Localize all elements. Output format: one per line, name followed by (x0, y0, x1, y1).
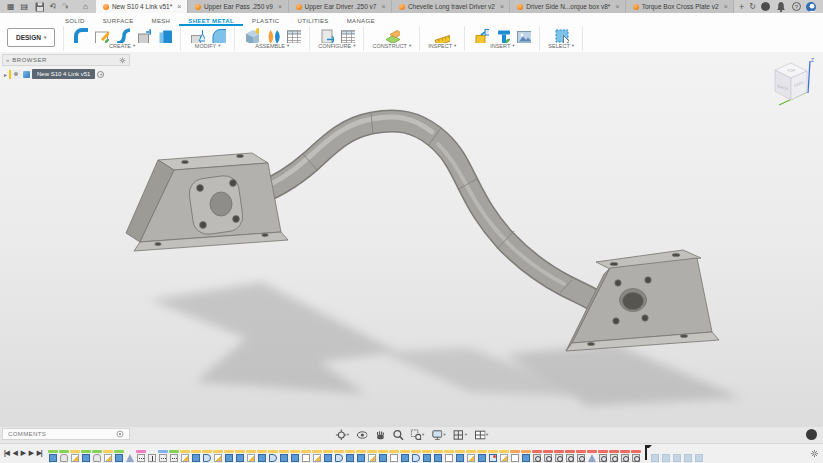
timeline-options[interactable] (810, 449, 819, 458)
timeline-feature-body[interactable] (48, 450, 59, 462)
timeline-feature-body[interactable] (114, 450, 125, 462)
browser-settings-gear-icon[interactable] (119, 57, 126, 64)
timeline-feature-body[interactable] (345, 450, 356, 462)
configure-icon[interactable] (318, 27, 334, 43)
collapse-panel-icon[interactable]: « (6, 57, 9, 63)
timeline-feature-roll[interactable] (565, 450, 576, 462)
ribbon-group-dropdown[interactable]: MODIFY▾ (195, 44, 221, 50)
redo-icon[interactable]: ↷▾ (62, 0, 68, 14)
ribbon-tab-manage[interactable]: MANAGE (338, 15, 384, 26)
timeline-feature-body[interactable] (323, 450, 334, 462)
timeline-feature-body[interactable] (683, 450, 694, 462)
step-back-button[interactable]: ◀ (13, 450, 17, 457)
timeline-feature-body[interactable] (235, 450, 246, 462)
fastener-icon[interactable] (494, 27, 510, 43)
sketch-icon[interactable] (93, 27, 109, 43)
tab-close-icon[interactable]: × (175, 3, 181, 10)
browser-header[interactable]: « BROWSER (2, 54, 130, 66)
timeline-feature-loft[interactable] (587, 450, 598, 462)
comments-bar[interactable]: COMMENTS (2, 428, 130, 440)
job-status-icon[interactable] (761, 2, 770, 11)
expand-arrow-icon[interactable]: ▸ (4, 71, 7, 78)
document-tab[interactable]: New S10 4 Link v51*× (96, 0, 188, 13)
sync-status-icon[interactable]: ↻ (749, 0, 756, 13)
thicken-icon[interactable] (156, 27, 172, 43)
plane-icon[interactable] (384, 27, 400, 43)
timeline-feature-pattern[interactable] (158, 450, 169, 462)
timeline-feature-pattern[interactable] (136, 450, 147, 462)
timeline-feature-body[interactable] (661, 450, 672, 462)
timeline-feature-body[interactable] (279, 450, 290, 462)
viewport-canvas[interactable]: « BROWSER ▸ New S10 4 Link v51 + Z TOP B… (0, 52, 823, 427)
tab-close-icon[interactable]: × (276, 3, 282, 10)
timeline-feature-sketch[interactable] (367, 450, 378, 462)
timeline-feature-sketch[interactable] (499, 450, 510, 462)
timeline-feature-flange[interactable] (202, 450, 213, 462)
timeline-feature-form[interactable] (92, 450, 103, 462)
comments-menu-icon[interactable] (116, 430, 124, 438)
timeline-feature-body[interactable] (224, 450, 235, 462)
component-pin-icon[interactable]: + (97, 71, 104, 78)
help-icon[interactable]: ? (792, 2, 801, 11)
ribbon-group-dropdown[interactable]: CONFIGURE▾ (318, 44, 355, 50)
timeline-feature-body[interactable] (521, 450, 532, 462)
timeline-feature-body[interactable] (422, 450, 433, 462)
timeline-feature-form[interactable] (59, 450, 70, 462)
ribbon-group-dropdown[interactable]: CONSTRUCT▾ (372, 44, 411, 50)
look-at-icon[interactable] (356, 429, 367, 440)
ribbon-group-dropdown[interactable]: INSPECT▾ (428, 44, 456, 50)
timeline-feature-body[interactable] (650, 450, 661, 462)
file-menu-icon[interactable]: ▤▾ (21, 0, 28, 14)
play-button[interactable]: ▶ (21, 450, 25, 457)
bend-icon[interactable] (114, 27, 130, 43)
timeline-feature-body[interactable] (356, 450, 367, 462)
ribbon-tab-utilities[interactable]: UTILITIES (289, 15, 338, 26)
document-tab[interactable]: Driver Side N...orque box v8*× (510, 0, 625, 13)
timeline-feature-body[interactable] (378, 450, 389, 462)
undo-icon[interactable]: ↶▾ (50, 0, 56, 14)
timeline-feature-body[interactable] (694, 450, 705, 462)
timeline-feature-sketch[interactable] (213, 450, 224, 462)
timeline-feature-sketch[interactable] (103, 450, 114, 462)
timeline-feature-body[interactable] (191, 450, 202, 462)
joint-icon[interactable] (264, 27, 280, 43)
timeline-feature-roll[interactable] (532, 450, 543, 462)
display-settings-icon[interactable]: ▾ (431, 429, 445, 440)
assistant-button[interactable] (806, 429, 817, 440)
flange-icon[interactable] (72, 27, 88, 43)
timeline-feature-sketch[interactable] (180, 450, 191, 462)
timeline-feature-doc[interactable] (301, 450, 312, 462)
derive-icon[interactable] (473, 27, 489, 43)
workspace-selector[interactable]: DESIGN ▾ (7, 28, 55, 47)
timeline-feature-doc[interactable] (510, 450, 521, 462)
ribbon-tab-solid[interactable]: SOLID (56, 15, 94, 26)
timeline-feature-roll[interactable] (631, 450, 642, 462)
timeline-feature-pattern[interactable] (169, 450, 180, 462)
data-panel-icon[interactable]: ▦ (7, 0, 15, 13)
visibility-bulb-icon[interactable] (9, 70, 21, 79)
view-cube[interactable]: Z TOP BACK LEFT (763, 56, 819, 110)
timeline-feature-doc[interactable] (444, 450, 455, 462)
ribbon-group-dropdown[interactable]: ASSEMBLE▾ (255, 44, 289, 50)
ribbon-tab-plastic[interactable]: PLASTIC (243, 15, 288, 26)
timeline-feature-body[interactable] (290, 450, 301, 462)
notifications-bell-icon[interactable] (775, 1, 787, 13)
timeline-feature-loft[interactable] (125, 450, 136, 462)
timeline-feature-roll[interactable] (554, 450, 565, 462)
timeline-feature-roll[interactable] (576, 450, 587, 462)
ribbon-tab-mesh[interactable]: MESH (143, 15, 180, 26)
timeline-feature-body[interactable] (672, 450, 683, 462)
document-tab[interactable]: Upper Ear Pass .250 v9× (188, 0, 289, 13)
zoom-icon[interactable] (392, 429, 403, 440)
browser-root-item[interactable]: ▸ New S10 4 Link v51 + (4, 69, 130, 79)
viewports-icon[interactable]: ▾ (474, 429, 488, 440)
tab-close-icon[interactable]: × (379, 3, 385, 10)
table-icon[interactable] (285, 27, 301, 43)
timeline-gear-icon[interactable] (810, 449, 819, 458)
timeline-feature-roll[interactable] (543, 450, 554, 462)
timeline-feature-doc[interactable] (389, 450, 400, 462)
table-icon[interactable] (339, 27, 355, 43)
ribbon-tab-sheet-metal[interactable]: SHEET METAL (179, 15, 243, 26)
user-avatar[interactable] (806, 2, 816, 12)
select-icon[interactable] (553, 27, 569, 43)
